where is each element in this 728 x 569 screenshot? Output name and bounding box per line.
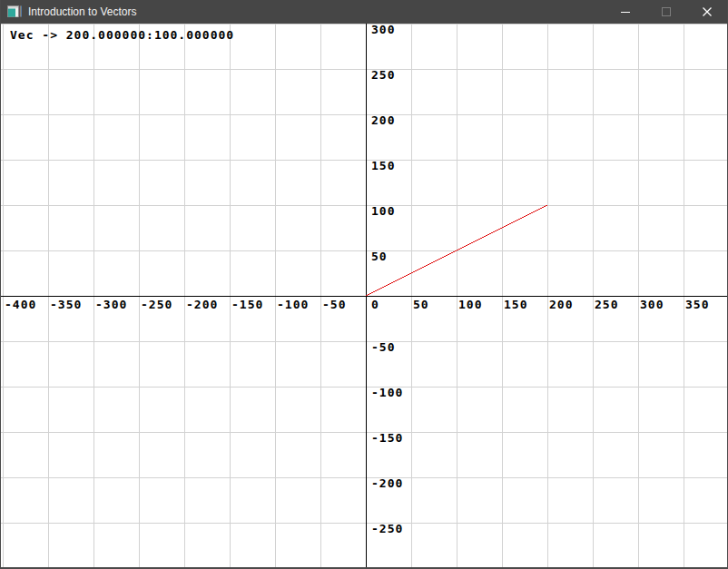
y-tick-label: -200: [371, 478, 403, 488]
y-tick-label: 300: [371, 25, 395, 34]
caption-buttons: [605, 0, 727, 24]
x-tick-label: -100: [277, 299, 309, 309]
maximize-icon: [662, 7, 671, 16]
close-button[interactable]: [686, 0, 727, 24]
origin-tick-label: 0: [371, 299, 379, 309]
y-tick-label: -100: [371, 388, 403, 397]
x-tick-label: 50: [413, 299, 429, 309]
window-title: Introduction to Vectors: [28, 5, 136, 18]
x-tick-label: 350: [685, 299, 709, 309]
y-tick-label: 250: [371, 70, 395, 80]
y-tick-label: 200: [371, 115, 395, 125]
x-tick-label: 150: [504, 299, 527, 309]
x-tick-label: -350: [50, 299, 82, 309]
x-tick-label: -50: [322, 299, 346, 309]
titlebar[interactable]: Introduction to Vectors: [1, 0, 727, 24]
y-tick-label: -250: [371, 524, 403, 534]
x-tick-label: 250: [595, 299, 618, 309]
x-tick-label: -200: [186, 299, 218, 309]
y-tick-label: 100: [371, 206, 395, 216]
x-tick-label: 300: [640, 299, 664, 309]
app-icon: [7, 5, 22, 19]
vector-readout: Vec -> 200.000000:100.000000: [10, 28, 234, 42]
plot-area: -400-350-300-250-200-150-100-50501001502…: [1, 24, 727, 567]
close-icon: [702, 6, 713, 17]
plot-canvas: [1, 24, 727, 567]
y-tick-label: -50: [371, 342, 395, 352]
x-tick-label: -400: [5, 299, 36, 309]
minimize-icon: [621, 12, 630, 13]
x-tick-label: -300: [95, 299, 127, 309]
y-tick-label: 50: [371, 251, 388, 261]
x-tick-label: 100: [458, 299, 482, 309]
y-tick-label: 150: [371, 161, 395, 171]
minimize-button[interactable]: [605, 0, 645, 24]
y-tick-label: -150: [371, 433, 403, 443]
maximize-button[interactable]: [645, 0, 686, 24]
app-window: Introduction to Vectors -400-350-300-250…: [0, 0, 728, 569]
x-tick-label: -250: [141, 299, 172, 309]
x-tick-label: 200: [549, 299, 573, 309]
x-tick-label: -150: [231, 299, 263, 309]
